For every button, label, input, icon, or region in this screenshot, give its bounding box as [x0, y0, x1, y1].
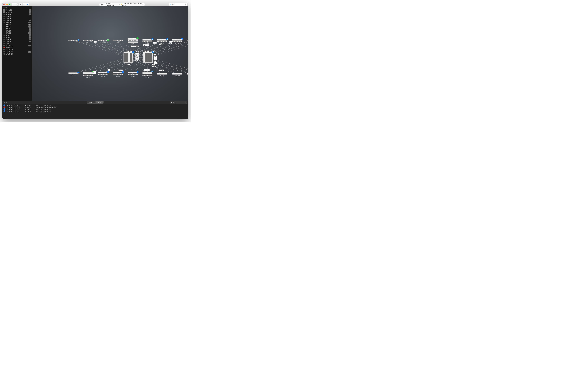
alert-message: New infrastructure device	[36, 109, 51, 110]
node-wlan-03[interactable]: WLAN-03	[172, 73, 182, 76]
topology-canvas[interactable]: 2/21/231/502/22/21/21/231/241/22/24/124/…	[32, 6, 188, 101]
search-field[interactable]: 🔍 ✕	[169, 3, 187, 6]
node-badge: 9	[152, 71, 153, 73]
sidebar-item-sw-13[interactable]: SW-1319	[2, 21, 32, 23]
node-core-2[interactable]: 1CORE-2	[143, 52, 153, 65]
sidebar-item-sw-32[interactable]: SW-329	[2, 40, 32, 42]
svg-line-2	[88, 40, 128, 58]
alert-source: AP-02-11	[25, 109, 34, 110]
alert-row[interactable]: i21 jun 2017 18:50:52AP-02-11New infrast…	[3, 108, 187, 110]
sidebar-item-sw-15[interactable]: SW-1516	[2, 26, 32, 28]
sidebar-item-wlan-03[interactable]: WLAN-03	[2, 49, 32, 51]
sidebar-item-label: SW-31	[6, 38, 28, 40]
nav-back-button[interactable]: ‹	[12, 3, 15, 6]
node-sw-17[interactable]: 8SW-17	[68, 40, 78, 43]
nav-forward-button[interactable]: ›	[15, 3, 18, 6]
sw-icon	[3, 22, 5, 23]
search-input[interactable]	[172, 4, 185, 5]
sw-icon	[3, 16, 5, 17]
sidebar-header: Devices	[2, 6, 32, 9]
content: Devices CORE-12CORE-21SW-011SW-02SW-11SW…	[2, 6, 188, 101]
sidebar-item-sw-11[interactable]: SW-11	[2, 17, 32, 19]
sidebar-item-label: SW-01	[6, 13, 28, 15]
node-wlan-05[interactable]: WLAN-05	[187, 73, 188, 76]
node-badge: 16	[181, 38, 183, 40]
node-core-1[interactable]: 2CORE-1	[123, 52, 133, 65]
svg-text:5/2: 5/2	[147, 51, 149, 52]
sidebar-item-sw-18[interactable]: SW-1811	[2, 32, 32, 34]
sidebar-item-core-2[interactable]: CORE-21	[2, 11, 32, 13]
sidebar-item-sw-01[interactable]: SW-011	[2, 13, 32, 15]
svg-text:1/1: 1/1	[159, 70, 160, 71]
sidebar-item-wlan-04[interactable]: WLAN-0431	[2, 51, 32, 53]
alert-row[interactable]: !21 jun 2017 18:50:25WLAN-02Unreachable …	[3, 106, 187, 108]
maximize-button[interactable]	[9, 4, 10, 5]
tab-alerts[interactable]: Alerts	[96, 101, 104, 103]
alert-filter-select[interactable]: All alerts	[170, 101, 187, 104]
node-sw-15[interactable]: 16SW-15	[172, 39, 182, 44]
node-label: SW-14	[83, 76, 93, 78]
sidebar-item-sw-31[interactable]: SW-311	[2, 38, 32, 40]
view-topology-button[interactable]: ⌬	[23, 3, 26, 6]
sidebar-item-sw-16[interactable]: SW-169	[2, 28, 32, 30]
sidebar-item-wlan-01[interactable]: WLAN-0143	[2, 44, 32, 47]
sidebar-item-core-1[interactable]: CORE-12	[2, 9, 32, 11]
settings-icon[interactable]: ⚙	[3, 101, 5, 103]
node-label: CORE-2	[143, 63, 153, 65]
node-sw-13[interactable]: 19SW-13	[128, 38, 138, 45]
sidebar-item-sw-02[interactable]: SW-02	[2, 15, 32, 17]
minimize-button[interactable]	[6, 4, 8, 5]
node-sw-32[interactable]: 9SW-32	[142, 72, 153, 78]
sidebar-item-sw-33[interactable]: SW-33	[2, 42, 32, 44]
node-sw-18[interactable]: 11SW-18	[113, 72, 123, 77]
svg-text:3/2: 3/2	[136, 51, 138, 52]
sidebar-item-sw-14[interactable]: SW-1421	[2, 23, 32, 26]
node-sw-11[interactable]: SW-11	[83, 40, 93, 43]
node-sw-31[interactable]: 1SW-31	[157, 39, 167, 44]
svg-rect-131	[93, 72, 96, 74]
node-badge: 1	[166, 38, 168, 40]
node-wlan-04[interactable]: 31WLAN-04	[98, 40, 108, 43]
node-sw-02[interactable]: SW-02	[157, 73, 167, 76]
node-sw-14[interactable]: 21SW-14	[83, 72, 93, 78]
node-sw-19[interactable]: 6SW-19	[142, 39, 153, 44]
sidebar-toggle-button[interactable]: ☰	[19, 3, 22, 6]
alert-row[interactable]: i21 jun 2017 18:51:07AP-02-16New infrast…	[3, 110, 187, 112]
sidebar-item-sw-12[interactable]: SW-125	[2, 19, 32, 21]
tab-charts[interactable]: Charts	[87, 101, 95, 103]
node-label: WLAN-01	[68, 74, 78, 76]
svg-text:1/24: 1/24	[159, 44, 162, 45]
search-clear-button[interactable]: ✕	[185, 4, 186, 5]
sidebar-item-wlan-02[interactable]: WLAN-02	[2, 47, 32, 49]
alert-time: 21 jun 2017 18:51:07	[7, 110, 23, 112]
close-button[interactable]	[3, 4, 5, 5]
svg-line-23	[88, 57, 148, 74]
ap-icon	[3, 49, 5, 50]
svg-rect-41	[94, 41, 97, 42]
node-sw-33[interactable]: SW-33	[113, 40, 123, 43]
node-badge: 9	[107, 71, 109, 73]
view-grid-button[interactable]: ⌘	[26, 3, 29, 6]
reload-icon[interactable]: ⟳	[142, 4, 143, 5]
node-wlan-01[interactable]: 43WLAN-01	[68, 73, 78, 76]
sidebar-item-label: WLAN-04	[6, 51, 27, 53]
svg-rect-117	[154, 56, 157, 57]
info-icon: i	[3, 108, 5, 110]
sidebar-item-sw-19[interactable]: SW-196	[2, 34, 32, 36]
sidebar-item-label: SW-19	[6, 34, 28, 36]
sidebar-item-label: SW-32	[6, 40, 28, 42]
svg-text:1/2: 1/2	[118, 70, 120, 71]
sidebar-item-wlan-05[interactable]: WLAN-05	[2, 53, 32, 55]
svg-rect-139	[147, 69, 150, 71]
sidebar-item-sw-17[interactable]: SW-178	[2, 30, 32, 32]
node-sw-16[interactable]: 9SW-16	[98, 72, 108, 77]
alert-row[interactable]: i21 jun 2017 18:44:22AP-01-15New infrast…	[3, 104, 187, 106]
close-panel-icon[interactable]: ✕	[6, 101, 7, 103]
svg-text:1/2: 1/2	[161, 70, 163, 71]
node-sw-12[interactable]: 5SW-12	[128, 72, 138, 77]
sidebar-item-label: SW-13	[6, 22, 27, 23]
sidebar-item-badge: 16	[28, 26, 31, 28]
sidebar-item-sw-20[interactable]: SW-204	[2, 36, 32, 38]
warning-icon: ⚠️	[120, 4, 122, 5]
node-sw-01[interactable]: 1SW-01	[187, 40, 188, 43]
